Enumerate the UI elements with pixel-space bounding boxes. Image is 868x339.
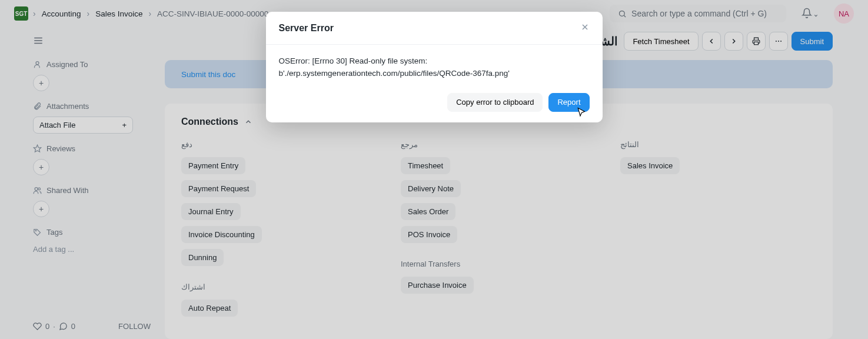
report-button[interactable]: Report xyxy=(548,93,589,112)
error-modal: Server Error OSError: [Errno 30] Read-on… xyxy=(266,12,603,122)
modal-footer: Copy error to clipboard Report xyxy=(266,87,603,122)
error-line-1: OSError: [Errno 30] Read-only file syste… xyxy=(279,55,590,68)
close-button[interactable] xyxy=(580,22,590,34)
modal-header: Server Error xyxy=(266,12,603,45)
error-line-2: b'./erp.systemgenerationtech.com/public/… xyxy=(279,68,590,80)
close-icon xyxy=(580,22,590,32)
modal-title: Server Error xyxy=(279,23,580,34)
copy-error-button[interactable]: Copy error to clipboard xyxy=(447,93,543,112)
modal-body: OSError: [Errno 30] Read-only file syste… xyxy=(266,45,603,87)
